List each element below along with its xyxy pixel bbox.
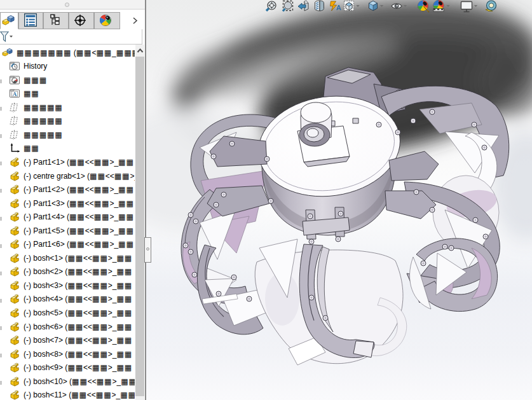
svg-text:A: A xyxy=(336,4,341,11)
